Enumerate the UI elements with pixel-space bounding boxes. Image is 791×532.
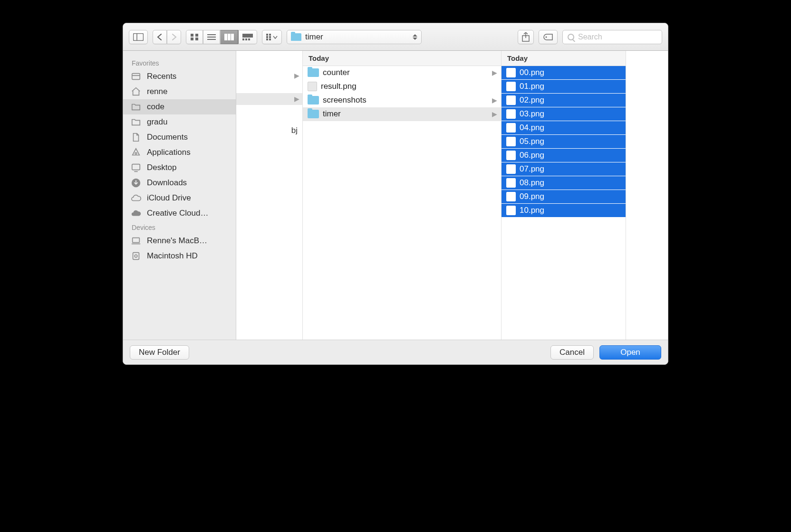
list-item[interactable]: 03.png	[502, 107, 626, 121]
sidebar-item-label: Downloads	[147, 178, 187, 188]
list-item[interactable]: 08.png	[502, 176, 626, 190]
list-item[interactable]: timer▶	[303, 107, 501, 121]
list-item[interactable]: screenshots▶	[303, 94, 501, 107]
gallery-view-button[interactable]	[238, 30, 257, 44]
folder-icon	[308, 68, 319, 77]
sidebar-item[interactable]: Downloads	[123, 175, 236, 190]
image-file-icon	[506, 109, 516, 119]
list-item[interactable]: 01.png	[502, 80, 626, 94]
list-item[interactable]: 05.png	[502, 135, 626, 149]
svg-rect-15	[248, 38, 250, 40]
column-list[interactable]: counter▶result.pngscreenshots▶timer▶	[303, 66, 501, 340]
list-item[interactable]: 07.png	[502, 162, 626, 176]
group-by-icon	[266, 34, 278, 40]
sidebar-item-label: gradu	[147, 117, 167, 127]
sidebar-item[interactable]: Documents	[123, 130, 236, 145]
document-icon	[130, 132, 142, 142]
laptop-icon	[130, 236, 142, 246]
list-item[interactable]: 10.png	[502, 204, 626, 218]
chevron-right-icon: ▶	[492, 110, 497, 118]
list-item[interactable]: 06.png	[502, 149, 626, 162]
file-label: 03.png	[520, 109, 622, 119]
list-item[interactable]: ▶	[236, 93, 302, 105]
list-item[interactable]: counter▶	[303, 66, 501, 80]
sidebar-item[interactable]: Macintosh HD	[123, 248, 236, 264]
image-file-icon	[506, 95, 516, 105]
sidebar-item[interactable]: Renne's MacB…	[123, 233, 236, 248]
sidebar-item[interactable]: Recents	[123, 69, 236, 84]
list-item[interactable]: 02.png	[502, 94, 626, 107]
home-icon	[130, 86, 142, 97]
list-item[interactable]: 09.png	[502, 190, 626, 204]
list-view-button[interactable]	[203, 30, 220, 44]
file-label: 09.png	[520, 192, 622, 201]
chevron-left-icon	[157, 34, 163, 40]
sidebar-item[interactable]: Desktop	[123, 160, 236, 175]
search-input[interactable]: Search	[562, 30, 662, 44]
icon-view-icon	[190, 33, 199, 41]
tags-button[interactable]	[539, 30, 558, 44]
recents-icon	[130, 71, 142, 82]
dialog-footer: New Folder Cancel Open	[123, 340, 668, 364]
list-item[interactable]: 00.png	[502, 66, 626, 80]
column-list[interactable]: 00.png01.png02.png03.png04.png05.png06.p…	[502, 66, 626, 340]
file-label: 00.png	[520, 68, 622, 77]
chevron-right-icon: ▶	[294, 72, 299, 79]
list-item[interactable]: result.png	[303, 80, 501, 94]
list-item[interactable]: ▶	[236, 70, 302, 82]
sidebar-item[interactable]: Creative Cloud…	[123, 206, 236, 221]
new-folder-button[interactable]: New Folder	[130, 345, 189, 360]
toolbar: timer Search	[123, 23, 668, 51]
list-item[interactable]: bj	[236, 124, 302, 138]
path-picker[interactable]: timer	[287, 30, 422, 44]
file-label: 07.png	[520, 164, 622, 174]
view-segment	[186, 30, 257, 44]
icloud-icon	[130, 193, 142, 203]
back-button[interactable]	[153, 30, 167, 44]
file-label: 06.png	[520, 151, 622, 160]
file-label-fragment: bj	[291, 126, 298, 135]
svg-rect-21	[269, 38, 271, 40]
svg-point-34	[135, 255, 137, 257]
image-file-icon	[506, 164, 516, 174]
disk-icon	[130, 251, 142, 261]
image-file-icon	[506, 137, 516, 146]
cancel-button[interactable]: Cancel	[550, 345, 594, 360]
creative-cloud-icon	[130, 208, 142, 218]
sidebar-item[interactable]: renne	[123, 84, 236, 99]
open-button[interactable]: Open	[599, 345, 661, 360]
path-stepper-icon	[413, 34, 417, 40]
column-2: Today 00.png01.png02.png03.png04.png05.p…	[502, 51, 626, 340]
svg-rect-0	[134, 33, 144, 40]
sidebar-section-header: Favorites	[123, 57, 236, 69]
sidebar-item[interactable]: code	[123, 99, 236, 114]
file-label: screenshots	[323, 95, 488, 105]
sidebar-item[interactable]: gradu	[123, 114, 236, 130]
folder-icon	[308, 110, 319, 118]
file-label: timer	[323, 109, 488, 119]
list-item[interactable]: 04.png	[502, 121, 626, 135]
svg-rect-17	[266, 36, 268, 38]
forward-button[interactable]	[167, 30, 181, 44]
column-browser: ▶▶bj Today counter▶result.pngscreenshots…	[236, 51, 668, 340]
file-label: 05.png	[520, 137, 622, 146]
sidebar-item-label: Recents	[147, 72, 176, 81]
sidebar-item[interactable]: Applications	[123, 145, 236, 160]
svg-rect-25	[132, 74, 140, 80]
nav-segment	[153, 30, 181, 44]
sidebar-item-label: Renne's MacB…	[147, 236, 207, 246]
column-view-icon	[224, 34, 234, 40]
group-by-button[interactable]	[262, 30, 282, 44]
open-file-dialog: timer Search FavoritesRecentsrennecodegr…	[123, 23, 668, 365]
column-view-button[interactable]	[220, 30, 238, 44]
image-file-icon	[308, 82, 317, 91]
share-button[interactable]	[518, 30, 534, 44]
sidebar-item[interactable]: iCloud Drive	[123, 190, 236, 206]
file-label: 02.png	[520, 95, 622, 105]
chevron-right-icon: ▶	[492, 96, 497, 104]
applications-icon	[130, 147, 142, 158]
toggle-sidebar-button[interactable]	[129, 30, 148, 44]
svg-rect-18	[266, 38, 268, 40]
icon-view-button[interactable]	[186, 30, 203, 44]
sidebar: FavoritesRecentsrennecodegraduDocumentsA…	[123, 51, 236, 340]
